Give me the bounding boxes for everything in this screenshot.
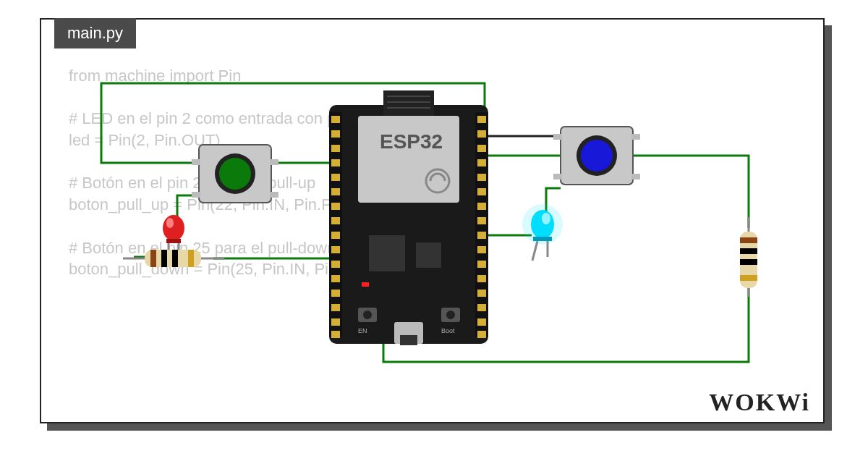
code-block: from machine import Pin # LED en el pin … — [69, 65, 447, 280]
code-line: boton_pull_up = Pin(22, Pin.IN, Pin.PULL… — [69, 195, 397, 214]
code-line: # Botón en el pin 25 para el pull-down — [69, 239, 336, 257]
code-line: led = Pin(2, Pin.OUT) — [69, 131, 221, 149]
code-line: from machine import Pin — [69, 67, 241, 85]
code-line: # LED en el pin 2 como entrada con pull-… — [69, 109, 447, 127]
file-tab-label: main.py — [67, 24, 123, 42]
code-line: boton_pull_down = Pin(25, Pin.IN, Pin.PU… — [69, 260, 446, 278]
code-line: # Botón en el pin 22 para el pull-up — [69, 174, 315, 192]
wokwi-logo: WOKWi — [709, 389, 810, 416]
file-tab[interactable]: main.py — [54, 18, 136, 48]
